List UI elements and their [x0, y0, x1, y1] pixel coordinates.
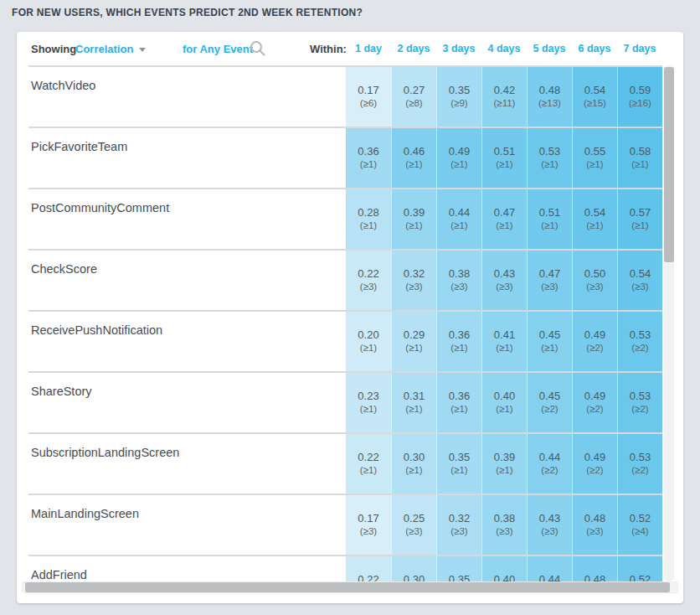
correlation-cell[interactable]: 0.51(≥1) — [527, 189, 572, 249]
correlation-cell[interactable]: 0.27(≥8) — [391, 67, 436, 127]
correlation-cell[interactable]: 0.44 — [527, 556, 572, 581]
correlation-cell[interactable]: 0.31(≥1) — [391, 373, 436, 432]
correlation-cell[interactable]: 0.35 — [436, 556, 481, 581]
correlation-card: Showing Correlation for Any Event Within… — [17, 32, 683, 603]
correlation-cell[interactable]: 0.48(≥3) — [572, 495, 617, 555]
correlation-cell[interactable]: 0.49(≥2) — [572, 312, 617, 371]
vertical-scrollbar[interactable] — [664, 65, 674, 581]
event-name: PickFavoriteTeam — [28, 128, 346, 188]
correlation-cell[interactable]: 0.47(≥1) — [481, 189, 527, 249]
correlation-cell[interactable]: 0.17(≥3) — [346, 495, 391, 555]
correlation-value: 0.32 — [449, 512, 470, 525]
correlation-cell[interactable]: 0.49(≥2) — [572, 373, 617, 432]
event-name: CheckScore — [28, 251, 346, 310]
correlation-cell[interactable]: 0.35(≥9) — [436, 67, 481, 127]
correlation-cell[interactable]: 0.48(≥13) — [527, 67, 572, 127]
column-header-2-days[interactable]: 2 days — [391, 43, 436, 54]
correlation-cell[interactable]: 0.51(≥1) — [481, 128, 527, 188]
correlation-cell[interactable]: 0.17(≥6) — [346, 67, 391, 127]
correlation-cell[interactable]: 0.47(≥3) — [527, 251, 572, 310]
correlation-value: 0.53 — [630, 328, 651, 341]
correlation-cell[interactable]: 0.38(≥3) — [481, 495, 527, 555]
correlation-cell[interactable]: 0.43(≥3) — [481, 251, 527, 310]
correlation-cell[interactable]: 0.53(≥1) — [527, 128, 572, 188]
correlation-cell[interactable]: 0.45(≥2) — [527, 373, 572, 432]
correlation-cell[interactable]: 0.53(≥2) — [617, 434, 662, 494]
correlation-cell[interactable]: 0.29(≥1) — [391, 312, 436, 371]
correlation-cell[interactable]: 0.30 — [391, 556, 436, 581]
correlation-cell[interactable]: 0.59(≥16) — [617, 67, 662, 127]
correlation-cell[interactable]: 0.39(≥1) — [391, 189, 436, 249]
correlation-threshold: (≥3) — [496, 525, 512, 538]
correlation-cell[interactable]: 0.52(≥4) — [617, 495, 662, 555]
correlation-value: 0.20 — [358, 328, 378, 341]
correlation-cell[interactable]: 0.52 — [617, 556, 662, 581]
correlation-cell[interactable]: 0.53(≥2) — [617, 312, 662, 371]
correlation-cell[interactable]: 0.39(≥1) — [481, 434, 527, 494]
correlation-value: 0.49 — [584, 328, 605, 341]
correlation-threshold: (≥2) — [541, 464, 558, 477]
correlation-cell[interactable]: 0.42(≥11) — [481, 67, 527, 127]
column-header-4-days[interactable]: 4 days — [481, 43, 527, 54]
correlation-value: 0.27 — [404, 84, 425, 96]
correlation-cell[interactable]: 0.36(≥1) — [436, 312, 481, 371]
correlation-cell[interactable]: 0.48 — [572, 556, 617, 581]
column-header-1-day[interactable]: 1 day — [346, 43, 391, 54]
correlation-cell[interactable]: 0.54(≥1) — [572, 189, 617, 249]
horizontal-scrollbar-thumb[interactable] — [25, 582, 670, 592]
column-header-7-days[interactable]: 7 days — [617, 43, 662, 54]
correlation-cell[interactable]: 0.35(≥1) — [436, 434, 481, 494]
correlation-cell[interactable]: 0.43(≥3) — [527, 495, 572, 555]
correlation-value: 0.23 — [358, 390, 378, 402]
column-header-5-days[interactable]: 5 days — [527, 43, 572, 54]
correlation-cell[interactable]: 0.57(≥1) — [617, 189, 662, 249]
correlation-threshold: (≥1) — [541, 158, 558, 171]
correlation-threshold: (≥2) — [586, 342, 603, 354]
correlation-value: 0.58 — [630, 145, 651, 158]
correlation-cell[interactable]: 0.22 — [346, 556, 391, 581]
correlation-cell[interactable]: 0.45(≥1) — [527, 312, 572, 371]
correlation-cell[interactable]: 0.30(≥1) — [391, 434, 436, 494]
correlation-cell[interactable]: 0.32(≥3) — [391, 251, 436, 310]
correlation-threshold: (≥1) — [405, 220, 422, 232]
for-any-event-link[interactable]: for Any Event — [183, 43, 253, 55]
correlation-cell[interactable]: 0.44(≥2) — [527, 434, 572, 494]
correlation-cell[interactable]: 0.58(≥1) — [617, 128, 662, 188]
correlation-cell[interactable]: 0.46(≥1) — [391, 128, 436, 188]
correlation-cell[interactable]: 0.38(≥3) — [436, 251, 481, 310]
correlation-cell[interactable]: 0.20(≥1) — [346, 312, 391, 371]
correlation-cell[interactable]: 0.40(≥1) — [481, 373, 527, 432]
correlation-cell[interactable]: 0.49(≥2) — [572, 434, 617, 494]
correlation-cell[interactable]: 0.28(≥1) — [346, 189, 391, 249]
correlation-cell[interactable]: 0.25(≥3) — [391, 495, 436, 555]
correlation-value: 0.42 — [494, 84, 515, 96]
vertical-scrollbar-thumb[interactable] — [664, 67, 674, 262]
correlation-cell[interactable]: 0.54(≥15) — [572, 67, 617, 127]
correlation-cell[interactable]: 0.36(≥1) — [346, 128, 391, 188]
correlation-cell[interactable]: 0.41(≥1) — [481, 312, 527, 371]
correlation-cell[interactable]: 0.32(≥3) — [436, 495, 481, 555]
column-header-6-days[interactable]: 6 days — [572, 43, 617, 54]
correlation-cell[interactable]: 0.22(≥3) — [346, 251, 391, 310]
horizontal-scrollbar[interactable] — [22, 581, 678, 593]
correlation-cell[interactable]: 0.53(≥2) — [617, 373, 662, 432]
correlation-cell[interactable]: 0.49(≥1) — [436, 128, 481, 188]
correlation-cell[interactable]: 0.50(≥3) — [572, 251, 617, 310]
correlation-threshold: (≥1) — [631, 220, 648, 232]
correlation-cell[interactable]: 0.44(≥1) — [436, 189, 481, 249]
correlation-value: 0.49 — [584, 390, 605, 402]
correlation-value: 0.17 — [358, 512, 378, 525]
column-header-3-days[interactable]: 3 days — [436, 43, 481, 54]
correlation-cell[interactable]: 0.23(≥1) — [346, 373, 391, 432]
correlation-cell[interactable]: 0.54(≥3) — [617, 251, 662, 310]
showing-dropdown[interactable]: Correlation — [75, 43, 146, 55]
correlation-threshold: (≥2) — [586, 464, 603, 477]
correlation-value: 0.30 — [404, 451, 425, 463]
search-icon[interactable] — [249, 39, 267, 58]
correlation-value: 0.54 — [630, 267, 651, 280]
correlation-cell[interactable]: 0.40 — [481, 556, 527, 581]
correlation-threshold: (≥1) — [405, 403, 422, 416]
correlation-cell[interactable]: 0.22(≥1) — [346, 434, 391, 494]
correlation-cell[interactable]: 0.36(≥1) — [436, 373, 481, 432]
correlation-cell[interactable]: 0.55(≥1) — [572, 128, 617, 188]
